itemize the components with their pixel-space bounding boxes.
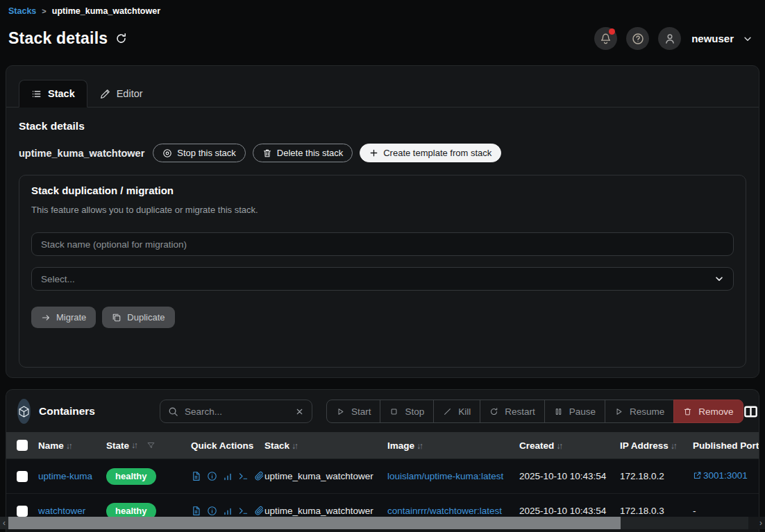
migrate-button[interactable]: Migrate: [31, 307, 96, 328]
help-button[interactable]: [626, 27, 649, 50]
container-name-link[interactable]: uptime-kuma: [38, 471, 92, 481]
duplication-description: This feature allows you to duplicate or …: [31, 205, 734, 215]
pause-icon: [554, 407, 563, 416]
tab-editor-label: Editor: [117, 88, 143, 99]
image-link[interactable]: louislam/uptime-kuma:latest: [387, 471, 503, 481]
clear-search-icon[interactable]: [295, 407, 304, 416]
cube-icon: [17, 399, 31, 424]
ip-cell: 172.18.0.2: [620, 471, 664, 481]
horizontal-scrollbar[interactable]: ‹ ›: [0, 517, 765, 529]
delete-stack-button[interactable]: Delete this stack: [253, 144, 353, 162]
start-button[interactable]: Start: [326, 400, 381, 423]
logs-icon[interactable]: [191, 471, 201, 481]
notification-badge: [609, 28, 615, 35]
scroll-right-arrow[interactable]: ›: [757, 517, 765, 529]
trash-icon: [262, 148, 272, 158]
plus-icon: [369, 148, 378, 157]
sort-icons[interactable]: ↓↑: [671, 441, 676, 451]
row-checkbox[interactable]: [17, 471, 28, 482]
table-header-row: Name↓↑ State↓↑ Quick Actions Stack↓↑ Ima…: [6, 432, 759, 458]
refresh-icon[interactable]: [115, 33, 127, 44]
restart-button[interactable]: Restart: [480, 400, 545, 423]
external-link-icon: [693, 471, 702, 480]
sort-icons[interactable]: ↓↑: [131, 440, 137, 450]
page-header: Stack details n: [0, 16, 765, 56]
stats-icon[interactable]: [223, 472, 233, 481]
stack-duplication-section: Stack duplication / migration This featu…: [19, 175, 746, 368]
kill-button[interactable]: Kill: [433, 400, 480, 423]
list-icon: [31, 89, 42, 99]
question-icon: [632, 33, 644, 45]
columns-icon[interactable]: [743, 405, 758, 418]
container-name-link[interactable]: watchtower: [38, 506, 85, 516]
console-icon[interactable]: [238, 471, 249, 481]
published-port-link[interactable]: 3001:3001: [693, 470, 748, 481]
stack-cell: uptime_kuma_watchtower: [264, 506, 373, 516]
column-ip[interactable]: IP Address↓↑: [620, 440, 693, 451]
tab-editor[interactable]: Editor: [87, 80, 155, 108]
column-quick-actions: Quick Actions: [191, 440, 264, 451]
ip-cell: 172.18.0.3: [620, 506, 664, 516]
duplicate-button[interactable]: Duplicate: [102, 307, 174, 328]
sort-icons[interactable]: ↓↑: [66, 441, 72, 451]
play-icon: [614, 407, 623, 416]
stop-stack-button[interactable]: Stop this stack: [153, 144, 246, 162]
page-title: Stack details: [8, 29, 108, 48]
sort-icons[interactable]: ↓↑: [556, 441, 562, 451]
column-state[interactable]: State↓↑: [106, 440, 191, 451]
column-stack[interactable]: Stack↓↑: [264, 440, 387, 451]
create-template-button[interactable]: Create template from stack: [360, 144, 501, 162]
stack-name-input[interactable]: [31, 232, 734, 256]
notifications-button[interactable]: [594, 27, 617, 50]
user-icon: [664, 33, 676, 45]
stack-name: uptime_kuma_watchtower: [19, 148, 144, 159]
breadcrumb-stacks-link[interactable]: Stacks: [8, 6, 36, 16]
console-icon[interactable]: [238, 506, 249, 516]
user-menu-chevron-icon[interactable]: [743, 34, 753, 44]
row-checkbox[interactable]: [17, 506, 28, 517]
duplication-title: Stack duplication / migration: [31, 185, 734, 196]
logs-icon[interactable]: [191, 506, 201, 516]
tab-bar: Stack Editor: [6, 66, 759, 108]
inspect-icon[interactable]: [207, 471, 217, 481]
stack-details-heading: Stack details: [19, 120, 746, 132]
column-created[interactable]: Created↓↑: [519, 440, 620, 451]
column-ports[interactable]: Published Ports: [693, 440, 759, 451]
search-input[interactable]: [185, 406, 289, 417]
pause-button[interactable]: Pause: [544, 400, 605, 423]
environment-select[interactable]: Select...: [31, 267, 734, 291]
stop-button[interactable]: Stop: [380, 400, 434, 423]
chevron-down-icon: [714, 274, 724, 284]
tab-stack[interactable]: Stack: [19, 80, 87, 108]
column-image[interactable]: Image↓↑: [387, 440, 519, 451]
containers-panel: Containers Start Stop Kill: [6, 389, 759, 532]
sort-icons[interactable]: ↓↑: [292, 441, 297, 451]
stats-icon[interactable]: [223, 506, 233, 516]
scrollbar-thumb[interactable]: [8, 517, 621, 529]
containers-search: [160, 400, 312, 423]
sort-icons[interactable]: ↓↑: [417, 441, 422, 451]
containers-title: Containers: [39, 405, 95, 418]
stack-cell: uptime_kuma_watchtower: [264, 471, 373, 481]
stop-circle-icon: [162, 148, 172, 158]
container-actions: Start Stop Kill Restart Pause Resume: [326, 400, 743, 423]
search-icon: [168, 406, 178, 417]
attach-icon[interactable]: [254, 471, 264, 481]
remove-button[interactable]: Remove: [673, 400, 743, 423]
tab-stack-label: Stack: [48, 88, 75, 99]
filter-funnel-icon[interactable]: [146, 441, 155, 450]
select-all-checkbox[interactable]: [17, 440, 28, 451]
scroll-left-arrow[interactable]: ‹: [0, 517, 8, 529]
table-row: uptime-kuma healthy uptime_kuma_watchtow…: [6, 458, 759, 493]
resume-button[interactable]: Resume: [605, 400, 674, 423]
created-cell: 2025-10-10 10:43:54: [519, 506, 606, 516]
breadcrumb-separator: >: [42, 7, 46, 15]
stack-details-panel: Stack Editor Stack details uptime_kuma_w…: [6, 65, 759, 378]
status-badge: healthy: [106, 468, 156, 485]
column-name[interactable]: Name↓↑: [38, 440, 106, 451]
image-link[interactable]: containrrr/watchtower:latest: [387, 506, 502, 516]
attach-icon[interactable]: [254, 506, 264, 516]
inspect-icon[interactable]: [207, 506, 217, 516]
avatar[interactable]: [658, 27, 681, 50]
containers-table: Name↓↑ State↓↑ Quick Actions Stack↓↑ Ima…: [6, 432, 759, 528]
